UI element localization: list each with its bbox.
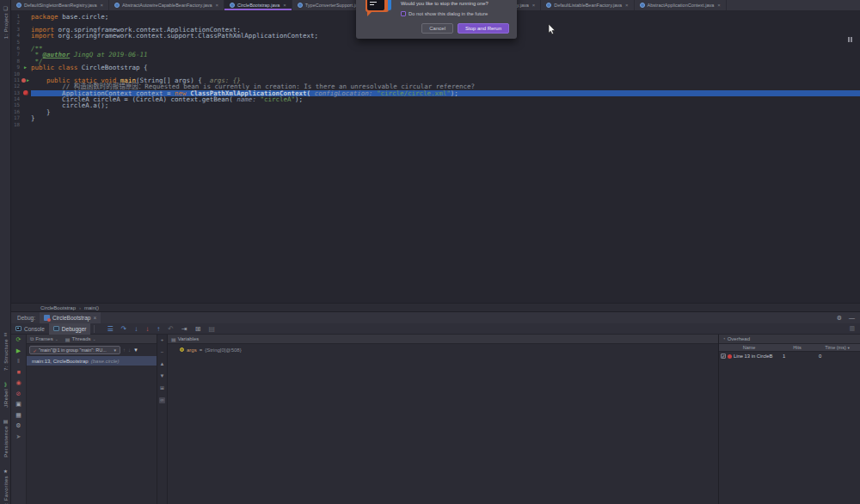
thread-dump-icon[interactable]: ▣ xyxy=(15,401,22,408)
tab-console[interactable]: Console xyxy=(11,323,49,335)
col-name[interactable]: Name xyxy=(719,345,779,350)
settings-icon[interactable]: ⚙ xyxy=(15,422,21,429)
step-out-icon[interactable]: ↑ xyxy=(157,325,160,333)
gutter-icons[interactable] xyxy=(20,33,31,39)
run-to-cursor-icon[interactable]: ⇥ xyxy=(181,325,187,333)
drop-frame-icon[interactable]: ↶ xyxy=(168,325,174,333)
settings-gear-icon[interactable]: ⚙ xyxy=(837,315,842,322)
tab-close-icon[interactable]: × xyxy=(283,3,286,8)
checkbox-unchecked-icon[interactable] xyxy=(401,11,406,16)
frame-up-icon[interactable]: ↑ xyxy=(123,347,126,353)
gutter-icons[interactable] xyxy=(20,46,31,52)
gutter-dot-icon[interactable] xyxy=(22,78,26,83)
editor-tab[interactable]: DefaultListableBeanFactory.java× xyxy=(541,0,634,10)
run-arrow-icon[interactable]: ▶ xyxy=(27,77,29,83)
breakpoint-icon[interactable] xyxy=(23,90,28,95)
code-line[interactable]: 14 CircleA circleA = (CircleA) context.g… xyxy=(11,96,860,102)
gutter-icons[interactable] xyxy=(20,83,31,89)
gutter-icons[interactable] xyxy=(20,122,31,128)
tab-close-icon[interactable]: × xyxy=(216,3,219,8)
editor-tab[interactable]: AbstractAutowireCapableBeanFactory.java× xyxy=(109,0,224,10)
editor-tab[interactable]: CircleBootstrap.java× xyxy=(224,0,292,10)
sidebar-item-persistence[interactable]: ▤Persistence xyxy=(0,416,11,458)
gutter-icons[interactable] xyxy=(20,27,31,33)
gutter-icons[interactable] xyxy=(20,71,31,77)
code-line[interactable]: 7 * @author JingQ at 2019-06-11 xyxy=(11,52,860,58)
step-over-icon[interactable]: ↷ xyxy=(121,325,127,333)
gutter-icons[interactable] xyxy=(20,52,31,58)
debug-tab-close-icon[interactable]: × xyxy=(93,315,96,321)
stack-frame-row[interactable]: main:13, CircleBootstrap (base.circle) xyxy=(27,356,157,366)
step-into-icon[interactable]: ↓ xyxy=(134,325,138,333)
hide-icon[interactable]: — xyxy=(849,315,855,322)
gutter-icons[interactable] xyxy=(20,109,31,115)
frame-down-icon[interactable]: ↓ xyxy=(128,347,131,353)
tab-threads[interactable]: ▤ Threads ⌄ xyxy=(65,336,96,342)
gutter-icons[interactable] xyxy=(20,40,31,46)
tab-close-icon[interactable]: × xyxy=(532,3,536,8)
toolbar-right-icon[interactable]: ▥ xyxy=(849,325,855,332)
equals-sign: = xyxy=(200,347,203,353)
checkbox-checked-icon[interactable]: ✓ xyxy=(721,353,726,359)
mute-breakpoints-icon[interactable]: ⊘ xyxy=(16,390,22,397)
gutter-icons[interactable] xyxy=(20,115,31,121)
run-arrow-icon[interactable]: ▶ xyxy=(24,65,27,71)
pause-icon[interactable]: ‖ xyxy=(17,358,20,365)
tab-frames[interactable]: ⧉ Frames ⌄ xyxy=(30,336,58,342)
rerun-icon[interactable]: ⟳ xyxy=(16,336,22,343)
variable-row[interactable]: args = {String[0]@508} xyxy=(168,344,718,353)
gutter-icons[interactable] xyxy=(20,90,31,96)
stop-and-rerun-button[interactable]: Stop and Rerun xyxy=(458,23,509,34)
force-step-into-icon[interactable]: ↓ xyxy=(145,325,149,333)
gutter-icons[interactable] xyxy=(20,102,31,108)
duplicate-icon[interactable]: ⊞ xyxy=(160,385,164,391)
sidebar-item--favorites[interactable]: ★2: Favorites xyxy=(0,466,11,504)
col-time[interactable]: Time (ms)▼ xyxy=(815,345,860,350)
tab-close-icon[interactable]: × xyxy=(625,3,629,8)
sidebar-item--structure[interactable]: ≡7: Structure xyxy=(0,330,11,371)
tab-debugger[interactable]: Debugger xyxy=(49,323,91,335)
thread-dropdown[interactable]: ✓ "main"@1 in group "main": RU... ▼ xyxy=(29,346,120,354)
gutter-icons[interactable] xyxy=(20,96,31,102)
breadcrumb-class[interactable]: CircleBootstrap xyxy=(40,305,76,310)
more-icon[interactable]: ▤ xyxy=(208,325,215,333)
sidebar-item-jrebel[interactable]: ⟫JRebel xyxy=(0,379,11,408)
code-editor[interactable]: 1package base.circle;23import org.spring… xyxy=(11,11,860,303)
do-not-show-checkbox-row[interactable]: Do not show this dialog in the future xyxy=(401,11,488,16)
move-up-icon[interactable]: ▲ xyxy=(160,361,165,367)
show-watches-icon[interactable]: ∞ xyxy=(159,397,164,403)
editor-tab[interactable]: AbstractApplicationContext.java× xyxy=(635,0,727,10)
view-breakpoints-icon[interactable]: ◉ xyxy=(15,379,21,386)
add-watch-icon[interactable]: + xyxy=(161,337,164,343)
cancel-button[interactable]: Cancel xyxy=(421,23,453,34)
gutter-icons[interactable] xyxy=(20,14,31,20)
evaluate-expression-icon[interactable]: ⊞ xyxy=(195,325,201,333)
stop-icon[interactable]: ■ xyxy=(16,369,20,376)
resume-icon[interactable]: ▶ xyxy=(16,347,21,354)
gutter-icons[interactable]: ▶ xyxy=(20,65,31,71)
show-execution-point-icon[interactable]: ☰ xyxy=(107,325,113,333)
tab-close-icon[interactable]: × xyxy=(101,3,104,8)
breadcrumb-method[interactable]: main() xyxy=(84,305,99,310)
code-line[interactable]: 5 xyxy=(11,40,860,46)
overhead-row[interactable]: ✓ Line 13 in CircleB 1 0 xyxy=(719,352,860,360)
gutter-icons[interactable] xyxy=(20,58,31,65)
remove-watch-icon[interactable]: − xyxy=(161,349,164,355)
gutter-icons[interactable]: ▶ xyxy=(20,77,31,83)
code-line[interactable]: 9▶public class CircleBootstrap { xyxy=(11,65,860,71)
col-hits[interactable]: Hits xyxy=(779,345,815,350)
restore-layout-icon[interactable]: ▦ xyxy=(15,412,22,419)
editor-tab[interactable]: DefaultSingletonBeanRegistry.java× xyxy=(11,0,109,10)
code-line[interactable]: 17} xyxy=(11,115,860,121)
pin-icon[interactable]: ➤ xyxy=(16,433,22,440)
scrollbar-marker[interactable] xyxy=(848,37,852,42)
code-line[interactable]: 18 xyxy=(11,122,860,128)
code-line[interactable]: 15 circleA.a(); xyxy=(11,102,860,108)
filter-icon[interactable]: ▼ xyxy=(133,347,138,353)
move-down-icon[interactable]: ▼ xyxy=(160,373,165,379)
sidebar-item--project[interactable]: ❏1: Project xyxy=(0,3,11,39)
tab-close-icon[interactable]: × xyxy=(717,3,721,8)
debug-session-tab[interactable]: CircleBootstrap × xyxy=(40,312,101,323)
code-line[interactable]: 16 } xyxy=(11,109,860,115)
gutter-icons[interactable] xyxy=(20,20,31,26)
